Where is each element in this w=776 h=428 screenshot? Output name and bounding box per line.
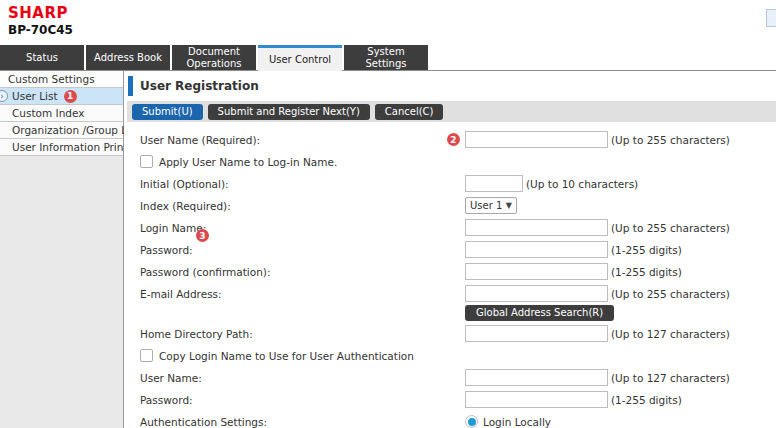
initial-label: Initial (Optional): [140,178,465,190]
copy-login-name-checkbox[interactable] [140,349,153,362]
submit-button[interactable]: Submit(U) [132,104,203,120]
tab-bar-divider [0,70,776,71]
tab-address-book[interactable]: Address Book [86,45,170,70]
sidebar-item-organization-group-list[interactable]: Organization /Group List [0,122,123,139]
email-label: E-mail Address: [140,288,465,300]
email-row: E-mail Address: (Up to 255 characters) [140,285,776,302]
home-directory-hint: (Up to 127 characters) [611,328,730,340]
sidebar-item-label: User List [12,90,58,102]
page-title: User Registration [140,79,259,93]
user-name-hint: (Up to 255 characters) [611,134,730,146]
tab-system-settings[interactable]: System Settings [344,45,428,70]
sidebar-item-user-information-print[interactable]: User Information Print [0,139,123,156]
header: SHARP BP-70C45 [0,0,776,45]
login-locally-radio[interactable] [465,415,478,428]
tab-user-control[interactable]: User Control [258,45,342,71]
sidebar-item-custom-settings[interactable]: Custom Settings [0,71,123,88]
user-name-input[interactable] [465,131,608,148]
chevron-down-icon: ▼ [506,201,512,210]
copy-login-name-checkbox-label: Copy Login Name to Use for User Authenti… [159,350,414,362]
initial-hint: (Up to 10 characters) [526,178,638,190]
sharp-logo: SHARP [8,4,68,22]
home-directory-row: Home Directory Path: (Up to 127 characte… [140,325,776,342]
home-directory-input[interactable] [465,325,608,342]
radio-selected-dot [468,418,476,426]
email-hint: (Up to 255 characters) [611,288,730,300]
login-name-row: Login Name: 3 (Up to 255 characters) [140,219,776,236]
auth-password-row: Password: (1-255 digits) [140,391,776,408]
email-input[interactable] [465,285,608,302]
auth-user-name-row: User Name: (Up to 127 characters) [140,369,776,386]
sidebar: Custom Settings ›User List1 Custom Index… [0,71,124,428]
sharp-web-ui: SHARP BP-70C45 Status Address Book Docum… [0,0,776,428]
home-directory-label: Home Directory Path: [140,328,465,340]
current-page-arrow-icon: › [0,90,8,102]
login-name-label: Login Name: [140,222,465,234]
cancel-button[interactable]: Cancel(C) [375,104,444,120]
tab-document-operations[interactable]: Document Operations [172,45,256,70]
step-badge-1: 1 [64,90,77,103]
password-label: Password: [140,244,465,256]
auth-password-input[interactable] [465,391,608,408]
apply-user-name-checkbox[interactable] [140,155,153,168]
authentication-settings-label: Authentication Settings: [140,416,465,428]
login-name-hint: (Up to 255 characters) [611,222,730,234]
initial-row: Initial (Optional): (Up to 10 characters… [140,175,776,192]
sidebar-item-user-list[interactable]: ›User List1 [0,88,123,105]
user-name-row: User Name (Required): 2 (Up to 255 chara… [140,131,776,148]
title-accent-bar [128,76,133,96]
password-confirmation-input[interactable] [465,263,608,280]
initial-input[interactable] [465,175,523,192]
cutoff-edge-button[interactable] [766,9,776,27]
password-confirmation-row: Password (confirmation): (1-255 digits) [140,263,776,280]
index-label: Index (Required): [140,200,465,212]
tab-status[interactable]: Status [0,45,84,70]
sidebar-item-custom-index[interactable]: Custom Index [0,105,123,122]
user-registration-form: User Name (Required): 2 (Up to 255 chara… [124,122,776,428]
login-locally-label: Login Locally [483,416,551,428]
user-name-label: User Name (Required): [140,134,465,146]
password-row: Password: (1-255 digits) [140,241,776,258]
global-address-search-row: Global Address Search(R) [140,304,776,321]
auth-password-hint: (1-255 digits) [611,394,682,406]
password-confirmation-label: Password (confirmation): [140,266,465,278]
index-select[interactable]: User 1 ▼ [465,197,517,214]
tab-bar: Status Address Book Document Operations … [0,45,776,70]
submit-and-register-next-button[interactable]: Submit and Register Next(Y) [208,104,370,120]
model-name: BP-70C45 [8,23,73,37]
auth-password-label: Password: [140,394,465,406]
step-badge-3: 3 [196,229,209,242]
page-header: User Registration [128,76,776,96]
action-toolbar: Submit(U) Submit and Register Next(Y) Ca… [127,101,776,122]
auth-user-name-label: User Name: [140,372,465,384]
index-row: Index (Required): User 1 ▼ [140,197,776,214]
auth-user-name-hint: (Up to 127 characters) [611,372,730,384]
apply-user-name-row: Apply User Name to Log-in Name. [140,153,776,170]
password-confirmation-hint: (1-255 digits) [611,266,682,278]
auth-user-name-input[interactable] [465,369,608,386]
password-input[interactable] [465,241,608,258]
password-hint: (1-255 digits) [611,244,682,256]
authentication-settings-row: Authentication Settings: Login Locally [140,413,776,428]
main-content: User Registration Submit(U) Submit and R… [124,71,776,428]
step-badge-2: 2 [447,133,460,146]
apply-user-name-checkbox-label: Apply User Name to Log-in Name. [159,156,337,168]
global-address-search-button[interactable]: Global Address Search(R) [465,305,614,321]
copy-login-name-row: Copy Login Name to Use for User Authenti… [140,347,776,364]
index-select-value: User 1 [470,200,502,211]
login-name-input[interactable] [465,219,608,236]
